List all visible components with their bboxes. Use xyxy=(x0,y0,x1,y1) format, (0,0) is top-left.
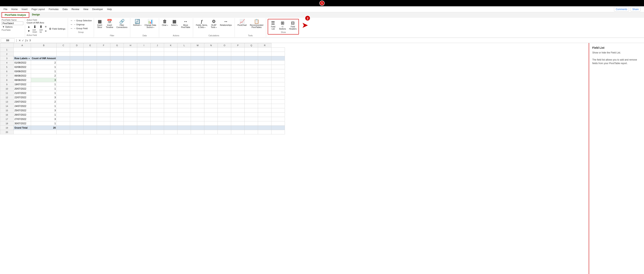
cell-extra-r10-c15[interactable] xyxy=(258,87,272,91)
cell-extra-r16-c7[interactable] xyxy=(151,113,164,117)
drill-up-button[interactable]: ⬆ DrillUp xyxy=(39,24,44,33)
cell-extra-r6-c0[interactable] xyxy=(57,69,70,74)
cell-extra-r14-c11[interactable] xyxy=(204,104,218,108)
cell-extra-r13-c1[interactable] xyxy=(70,100,84,104)
cell-extra-r15-c16[interactable] xyxy=(272,108,285,113)
cell-extra-r19-c12[interactable] xyxy=(218,126,231,130)
cell-extra-r20-c3[interactable] xyxy=(97,130,110,134)
cell-extra-r16-c2[interactable] xyxy=(84,113,97,117)
cell-extra-r8-c0[interactable] xyxy=(57,78,70,82)
cell-b13[interactable]: 2 xyxy=(31,100,57,104)
cell-extra-r15-c4[interactable] xyxy=(110,108,124,113)
cell-extra-r4-c14[interactable] xyxy=(244,60,258,65)
cell-extra-r1-c7[interactable] xyxy=(151,47,164,52)
cell-extra-r17-c12[interactable] xyxy=(218,117,231,121)
cell-extra-r4-c9[interactable] xyxy=(178,60,191,65)
cell-extra-r3-c6[interactable] xyxy=(137,56,151,60)
cell-extra-r17-c10[interactable] xyxy=(191,117,204,121)
cell-extra-r11-c7[interactable] xyxy=(151,91,164,95)
cell-b10[interactable]: 1 xyxy=(31,87,57,91)
cell-extra-r20-c5[interactable] xyxy=(124,130,137,134)
cell-b15[interactable]: 3 xyxy=(31,108,57,113)
cell-extra-r16-c14[interactable] xyxy=(244,113,258,117)
cell-extra-r5-c16[interactable] xyxy=(272,65,285,69)
cell-extra-r19-c14[interactable] xyxy=(244,126,258,130)
cell-extra-r6-c16[interactable] xyxy=(272,69,285,74)
cell-extra-r17-c6[interactable] xyxy=(137,117,151,121)
fields-items-sets-button[interactable]: ƒ Fields, Items,& Sets ▾ xyxy=(195,18,209,29)
cell-extra-r3-c14[interactable] xyxy=(244,56,258,60)
cell-extra-r3-c7[interactable] xyxy=(151,56,164,60)
cell-extra-r4-c6[interactable] xyxy=(137,60,151,65)
cell-extra-r11-c9[interactable] xyxy=(178,91,191,95)
cell-extra-r15-c0[interactable] xyxy=(57,108,70,113)
cell-extra-r9-c11[interactable] xyxy=(204,82,218,87)
cell-extra-r13-c6[interactable] xyxy=(137,100,151,104)
cancel-formula-icon[interactable]: ✕ xyxy=(18,39,21,42)
cell-extra-r15-c9[interactable] xyxy=(178,108,191,113)
cell-extra-r9-c4[interactable] xyxy=(110,82,124,87)
relationships-button[interactable]: ↔ Relationships xyxy=(219,18,233,27)
cell-extra-r13-c0[interactable] xyxy=(57,100,70,104)
cell-extra-r8-c3[interactable] xyxy=(97,78,110,82)
cell-extra-r10-c12[interactable] xyxy=(218,87,231,91)
cell-extra-r17-c2[interactable] xyxy=(84,117,97,121)
cell-extra-r13-c10[interactable] xyxy=(191,100,204,104)
cell-extra-r13-c5[interactable] xyxy=(124,100,137,104)
cell-extra-r9-c12[interactable] xyxy=(218,82,231,87)
cell-extra-r12-c4[interactable] xyxy=(110,95,124,100)
cell-extra-r19-c10[interactable] xyxy=(191,126,204,130)
cell-extra-r19-c15[interactable] xyxy=(258,126,272,130)
cell-extra-r9-c0[interactable] xyxy=(57,82,70,87)
cell-extra-r1-c11[interactable] xyxy=(204,47,218,52)
cell-extra-r9-c10[interactable] xyxy=(191,82,204,87)
cell-extra-r7-c6[interactable] xyxy=(137,74,151,78)
cell-extra-r18-c2[interactable] xyxy=(84,121,97,126)
cell-extra-r18-c7[interactable] xyxy=(151,121,164,126)
cell-extra-r19-c0[interactable] xyxy=(57,126,70,130)
cell-extra-r13-c11[interactable] xyxy=(204,100,218,104)
cell-extra-r1-c8[interactable] xyxy=(164,47,178,52)
cell-extra-r16-c8[interactable] xyxy=(164,113,178,117)
cell-extra-r12-c2[interactable] xyxy=(84,95,97,100)
cell-extra-r8-c6[interactable] xyxy=(137,78,151,82)
cell-extra-r15-c11[interactable] xyxy=(204,108,218,113)
cell-extra-r7-c12[interactable] xyxy=(218,74,231,78)
cell-extra-r8-c4[interactable] xyxy=(110,78,124,82)
olap-tools-button[interactable]: ⚙ OLAPTools ▾ xyxy=(210,18,218,29)
cell-extra-r12-c0[interactable] xyxy=(57,95,70,100)
cell-extra-r7-c11[interactable] xyxy=(204,74,218,78)
cell-extra-r13-c8[interactable] xyxy=(164,100,178,104)
cell-extra-r5-c9[interactable] xyxy=(178,65,191,69)
cell-extra-r4-c12[interactable] xyxy=(218,60,231,65)
cell-extra-r3-c9[interactable] xyxy=(178,56,191,60)
cell-extra-r4-c16[interactable] xyxy=(272,60,285,65)
cell-extra-r2-c11[interactable] xyxy=(204,52,218,56)
cell-extra-r17-c1[interactable] xyxy=(70,117,84,121)
cell-extra-r9-c5[interactable] xyxy=(124,82,137,87)
cell-extra-r20-c2[interactable] xyxy=(84,130,97,134)
cell-extra-r16-c1[interactable] xyxy=(70,113,84,117)
cell-extra-r1-c1[interactable] xyxy=(70,47,84,52)
cell-extra-r4-c1[interactable] xyxy=(70,60,84,65)
cell-extra-r16-c9[interactable] xyxy=(178,113,191,117)
cell-extra-r2-c4[interactable] xyxy=(110,52,124,56)
cell-extra-r2-c9[interactable] xyxy=(178,52,191,56)
refresh-button[interactable]: 🔄 Refresh ▾ xyxy=(132,18,142,27)
cell-extra-r8-c15[interactable] xyxy=(258,78,272,82)
cell-extra-r20-c15[interactable] xyxy=(258,130,272,134)
cell-a20[interactable] xyxy=(14,130,31,134)
cell-extra-r8-c13[interactable] xyxy=(231,78,244,82)
tab-pivottable-analyze[interactable]: PivotTable Analyze xyxy=(2,12,29,18)
cell-extra-r10-c7[interactable] xyxy=(151,87,164,91)
cell-a8[interactable]: 08/08/2022 xyxy=(14,78,31,82)
cell-extra-r13-c2[interactable] xyxy=(84,100,97,104)
cell-b3[interactable]: Count of INR Amount xyxy=(31,56,57,60)
tab-design[interactable]: Design xyxy=(29,12,43,18)
field-settings-button[interactable]: ⚙ Field Settings xyxy=(48,27,66,31)
cell-extra-r20-c1[interactable] xyxy=(70,130,84,134)
cell-extra-r10-c2[interactable] xyxy=(84,87,97,91)
cell-a2[interactable] xyxy=(14,52,31,56)
ungroup-button[interactable]: → → Ungroup xyxy=(69,22,92,26)
cell-extra-r5-c10[interactable] xyxy=(191,65,204,69)
